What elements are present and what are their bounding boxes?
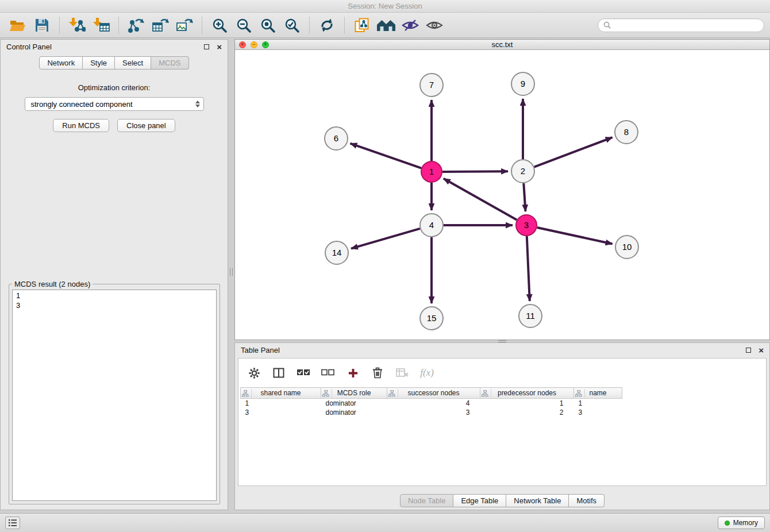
column-sort-icon <box>388 389 398 398</box>
zoom-selected-button[interactable] <box>282 15 302 36</box>
table-row[interactable]: 1dominator411 <box>241 399 622 408</box>
table-tab-node-table[interactable]: Node Table <box>400 494 454 507</box>
window-titlebar: Session: New Session <box>0 0 770 13</box>
node-label-9: 9 <box>521 79 525 88</box>
close-panel-button[interactable]: Close panel <box>117 119 175 132</box>
zoom-out-icon <box>236 17 252 33</box>
export-image-icon <box>176 17 193 33</box>
columns-icon <box>273 368 284 378</box>
edge-2-8[interactable] <box>534 137 613 167</box>
tab-select[interactable]: Select <box>115 56 151 70</box>
function-builder-button[interactable]: f(x) <box>419 365 434 380</box>
table-panel-content: f(x) shared nameMCDS rolesuccessor nodes… <box>238 358 767 486</box>
network-canvas[interactable]: 7968124314101511 <box>235 51 769 340</box>
column-header-name[interactable]: name <box>574 388 622 399</box>
column-header-successor-nodes[interactable]: successor nodes <box>387 388 480 399</box>
run-mcds-button[interactable]: Run MCDS <box>53 119 109 132</box>
zoom-in-button[interactable] <box>209 15 230 36</box>
column-label: predecessor nodes <box>498 389 556 397</box>
delete-column-button[interactable] <box>370 365 385 380</box>
deselect-all-columns-button[interactable] <box>321 365 336 380</box>
visual-style-button[interactable] <box>400 15 421 36</box>
search-box[interactable] <box>598 18 764 32</box>
edge-3-10[interactable] <box>537 228 613 244</box>
network-overview-button[interactable] <box>376 15 396 36</box>
edge-3-1[interactable] <box>444 179 517 220</box>
node-label-11: 11 <box>526 311 535 321</box>
export-network-button[interactable] <box>126 15 147 36</box>
float-panel-icon[interactable] <box>204 44 209 49</box>
houses-icon <box>376 18 396 33</box>
cell-name: 1 <box>574 399 622 408</box>
table-tab-motifs[interactable]: Motifs <box>569 494 605 507</box>
export-image-button[interactable] <box>174 15 195 36</box>
zoom-out-button[interactable] <box>233 15 254 36</box>
tab-network[interactable]: Network <box>39 56 83 70</box>
edge-1-6[interactable] <box>351 144 422 168</box>
search-icon <box>603 21 611 29</box>
edge-3-11[interactable] <box>527 236 530 301</box>
column-header-predecessor-nodes[interactable]: predecessor nodes <box>480 388 574 399</box>
select-all-columns-button[interactable] <box>296 365 311 380</box>
cell-name: 3 <box>574 408 622 417</box>
edge-4-14[interactable] <box>351 229 420 249</box>
tab-style[interactable]: Style <box>83 56 115 70</box>
column-sort-icon <box>575 389 585 398</box>
node-label-10: 10 <box>622 242 632 252</box>
toolbar-separator <box>118 17 119 34</box>
toolbar-separator <box>202 17 202 34</box>
vertical-splitter[interactable] <box>228 39 234 340</box>
tab-mcds[interactable]: MCDS <box>151 56 188 70</box>
new-network-from-selection-button[interactable] <box>352 15 372 36</box>
panel-list-button[interactable] <box>5 516 20 529</box>
column-header-mcds-role[interactable]: MCDS role <box>321 388 387 399</box>
search-input[interactable] <box>614 21 759 29</box>
edge-1-2[interactable] <box>442 171 508 172</box>
table-panel: Table Panel × <box>234 342 770 510</box>
node-table-body: 1dominator4113dominator323 <box>241 399 622 417</box>
save-session-button[interactable] <box>32 15 52 36</box>
table-settings-button[interactable] <box>247 365 261 380</box>
optimization-criterion-label: Optimization criterion: <box>1 83 228 92</box>
table-tab-network-table[interactable]: Network Table <box>506 494 569 507</box>
delete-table-button[interactable] <box>395 365 410 380</box>
graph-svg[interactable]: 7968124314101511 <box>235 51 769 340</box>
maximize-window-icon[interactable]: + <box>262 41 269 48</box>
close-window-icon[interactable]: × <box>239 41 246 48</box>
zoom-selected-icon <box>284 17 300 33</box>
node-table: shared nameMCDS rolesuccessor nodesprede… <box>240 387 622 417</box>
zoom-fit-button[interactable] <box>257 15 278 36</box>
checked-boxes-icon <box>297 368 310 377</box>
create-column-button[interactable] <box>345 365 360 380</box>
mcds-result-list[interactable]: 13 <box>12 290 217 501</box>
minimize-window-icon[interactable]: − <box>251 41 257 48</box>
edge-2-3[interactable] <box>523 183 525 211</box>
toolbar-separator <box>344 17 345 34</box>
criterion-dropdown[interactable]: strongly connected component <box>25 97 204 111</box>
cell-shared-name: 1 <box>241 399 321 408</box>
import-table-button[interactable] <box>91 15 111 36</box>
toolbar-separator <box>309 17 310 34</box>
export-table-button[interactable] <box>150 15 171 36</box>
show-graphics-details-button[interactable] <box>424 15 445 36</box>
close-panel-icon[interactable]: × <box>217 43 222 51</box>
node-label-4: 4 <box>429 220 434 230</box>
table-tab-edge-table[interactable]: Edge Table <box>453 494 506 507</box>
criterion-dropdown-value: strongly connected component <box>31 100 133 109</box>
table-row[interactable]: 3dominator323 <box>241 408 622 417</box>
column-header-shared-name[interactable]: shared name <box>241 388 321 399</box>
memory-button[interactable]: Memory <box>718 516 765 529</box>
node-label-6: 6 <box>334 133 338 143</box>
network-window-titlebar: × − + scc.txt <box>235 40 769 50</box>
float-table-panel-icon[interactable] <box>746 348 751 353</box>
show-columns-button[interactable] <box>271 365 286 380</box>
network-window-title: scc.txt <box>235 40 769 49</box>
close-table-panel-icon[interactable]: × <box>759 346 764 354</box>
import-network-button[interactable] <box>67 15 87 36</box>
apply-layout-button[interactable] <box>317 15 337 36</box>
open-session-button[interactable] <box>7 15 28 36</box>
column-sort-icon <box>322 389 332 398</box>
column-label: shared name <box>260 389 301 397</box>
node-label-2: 2 <box>521 166 525 176</box>
column-label: MCDS role <box>337 389 371 397</box>
